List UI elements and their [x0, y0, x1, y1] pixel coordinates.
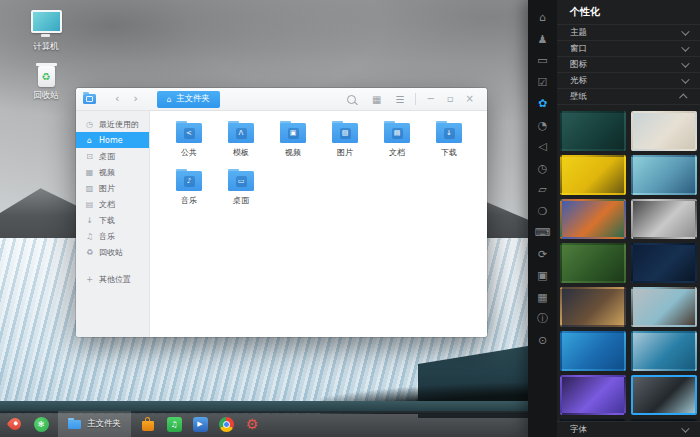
- wallpaper-thumb-painted-village[interactable]: [560, 199, 626, 239]
- sidebar-item-other-locations[interactable]: +其他位置: [76, 271, 149, 287]
- wallpaper-thumb-building-sky[interactable]: [631, 155, 697, 195]
- sidebar-item-documents[interactable]: ▤文档: [76, 196, 149, 212]
- taskbar-active-task[interactable]: 主文件夹: [58, 411, 131, 437]
- folder-icon: ▤: [384, 123, 410, 143]
- search-icon[interactable]: [347, 95, 356, 104]
- sidebar-item-recent[interactable]: ◷最近使用的: [76, 116, 149, 132]
- image-icon: ▨: [85, 184, 94, 193]
- fonts-section[interactable]: 字体: [557, 421, 700, 437]
- clock-icon: ◷: [85, 120, 94, 129]
- section-row[interactable]: 窗口: [557, 40, 700, 56]
- folder-desktop[interactable]: ▭桌面: [215, 168, 267, 216]
- maximize-button[interactable]: ▫: [441, 88, 460, 110]
- section-row[interactable]: 主题: [557, 24, 700, 40]
- template-badge-icon: Λ: [236, 128, 247, 139]
- cc-nav-sound-icon[interactable]: ◁: [535, 140, 551, 154]
- cc-nav-accounts-icon[interactable]: ♟: [535, 33, 551, 47]
- wallpaper-thumb-sailfish[interactable]: [560, 331, 626, 371]
- folder-downloads[interactable]: ↓下载: [423, 120, 475, 168]
- folder-label: 视频: [285, 147, 301, 158]
- section-expanded-row[interactable]: 壁纸: [557, 88, 700, 104]
- folder-body: ▨: [332, 123, 358, 143]
- taskbar-app-launcher[interactable]: [6, 411, 24, 437]
- list-view-icon[interactable]: ☰: [388, 94, 411, 105]
- sidebar-item-desktop[interactable]: ⊡桌面: [76, 148, 149, 164]
- cc-nav-mouse-icon[interactable]: ❍: [535, 205, 551, 219]
- tab-home-folder[interactable]: ⌂ 主文件夹: [157, 91, 220, 108]
- taskbar-app-green-app[interactable]: ✻: [32, 411, 50, 437]
- folder-music[interactable]: ♪音乐: [163, 168, 215, 216]
- cc-nav-default-applications-icon[interactable]: ☑: [535, 76, 551, 90]
- minimize-button[interactable]: −: [420, 88, 440, 110]
- desktop-icon-computer[interactable]: 计算机: [18, 10, 74, 53]
- wallpaper-thumb-night-trees[interactable]: [631, 243, 697, 283]
- sidebar-item-music[interactable]: ♫音乐: [76, 228, 149, 244]
- gear-icon: ⚙: [246, 417, 259, 432]
- control-center-panel: ⌂♟▭☑✿◔◁◷▱❍⌨⟳▣▦ⓘ⊙ 个性化 主题窗口图标光标壁纸 字体: [528, 0, 700, 437]
- cc-nav-remote-assistance-icon[interactable]: ▦: [535, 291, 551, 305]
- wallpaper-thumb-glacier-dark[interactable]: [631, 375, 697, 415]
- folder-videos[interactable]: ▣视频: [267, 120, 319, 168]
- sidebar-item-downloads[interactable]: ↓下载: [76, 212, 149, 228]
- sidebar-item-trash[interactable]: ♻回收站: [76, 244, 149, 260]
- chevron-down-icon: [681, 43, 689, 51]
- wallpaper-thumb-ice-texture[interactable]: [560, 111, 626, 151]
- wallpaper-thumb-waterfall-bw[interactable]: [631, 199, 697, 239]
- sidebar-item-videos[interactable]: ▦视频: [76, 164, 149, 180]
- folder-icon: <: [176, 123, 202, 143]
- control-center-main: 个性化 主题窗口图标光标壁纸 字体: [557, 0, 700, 437]
- folder-pictures[interactable]: ▨图片: [319, 120, 371, 168]
- cc-nav-network-icon[interactable]: ◔: [535, 119, 551, 133]
- sidebar-item-label: Home: [99, 136, 123, 145]
- wallpaper-thumb-sunset-coast[interactable]: [560, 287, 626, 327]
- titlebar[interactable]: ‹ › ⌂ 主文件夹 ▦ ☰ − ▫ ×: [76, 88, 487, 111]
- cc-nav-keyboard-icon[interactable]: ⌨: [535, 226, 551, 240]
- grid-view-icon[interactable]: ▦: [365, 94, 388, 105]
- cc-nav-updates-icon[interactable]: ⟳: [535, 248, 551, 262]
- wallpaper-thumb-glacier-mountain[interactable]: [631, 287, 697, 327]
- folder-public[interactable]: <公共: [163, 120, 215, 168]
- folder-icon: ▨: [332, 123, 358, 143]
- cc-nav-power-icon[interactable]: ▱: [535, 183, 551, 197]
- desktop-icon: ⊡: [85, 152, 94, 161]
- video-icon: ▦: [85, 168, 94, 177]
- cc-nav-homepage-icon[interactable]: ⌂: [535, 11, 551, 25]
- music-badge-icon: ♪: [184, 176, 195, 187]
- cc-nav-time-date-icon[interactable]: ◷: [535, 162, 551, 176]
- taskbar-app-settings[interactable]: ⚙: [243, 411, 261, 437]
- sidebar-item-pictures[interactable]: ▨图片: [76, 180, 149, 196]
- close-button[interactable]: ×: [460, 88, 480, 110]
- cc-nav-information-icon[interactable]: ⓘ: [535, 312, 551, 326]
- file-manager-app-icon: [83, 94, 96, 104]
- taskbar-app-movie[interactable]: ▶: [191, 411, 209, 437]
- wallpaper-thumb-beach-pier[interactable]: [631, 111, 697, 151]
- cc-nav-personalization-icon[interactable]: ✿: [535, 97, 551, 111]
- taskbar-app-music[interactable]: ♫: [165, 411, 183, 437]
- folder-templates[interactable]: Λ模板: [215, 120, 267, 168]
- forward-button[interactable]: ›: [126, 88, 144, 110]
- folder-label: 模板: [233, 147, 249, 158]
- folder-documents[interactable]: ▤文档: [371, 120, 423, 168]
- section-row[interactable]: 光标: [557, 72, 700, 88]
- wallpaper-thumb-sunflower[interactable]: [560, 155, 626, 195]
- desktop-icon-trash[interactable]: ♻回收站: [18, 66, 74, 102]
- back-button[interactable]: ‹: [108, 88, 126, 110]
- cc-nav-display-icon[interactable]: ▭: [535, 54, 551, 68]
- page-title: 个性化: [557, 0, 700, 24]
- taskbar-app-chrome[interactable]: [217, 411, 235, 437]
- control-center-nav-strip: ⌂♟▭☑✿◔◁◷▱❍⌨⟳▣▦ⓘ⊙: [528, 0, 557, 437]
- section-row[interactable]: 图标: [557, 56, 700, 72]
- cc-nav-system-info-icon[interactable]: ▣: [535, 269, 551, 283]
- wallpaper-thumb-forest-pond[interactable]: [560, 243, 626, 283]
- sidebar-item-home[interactable]: ⌂Home: [76, 132, 149, 148]
- computer-icon: [31, 10, 62, 33]
- file-manager-content: <公共Λ模板▣视频▨图片▤文档↓下载♪音乐▭桌面: [150, 111, 487, 337]
- folder-label: 下载: [441, 147, 457, 158]
- taskbar-app-app-store[interactable]: [139, 411, 157, 437]
- video-badge-icon: ▣: [288, 128, 299, 139]
- cc-nav-shutdown-icon[interactable]: ⊙: [535, 334, 551, 348]
- sidebar-item-label: 图片: [99, 183, 115, 194]
- wallpaper-thumb-purple-peaks[interactable]: [560, 375, 626, 415]
- wallpaper-thumb-ocean-rocks[interactable]: [631, 331, 697, 371]
- document-icon: ▤: [85, 200, 94, 209]
